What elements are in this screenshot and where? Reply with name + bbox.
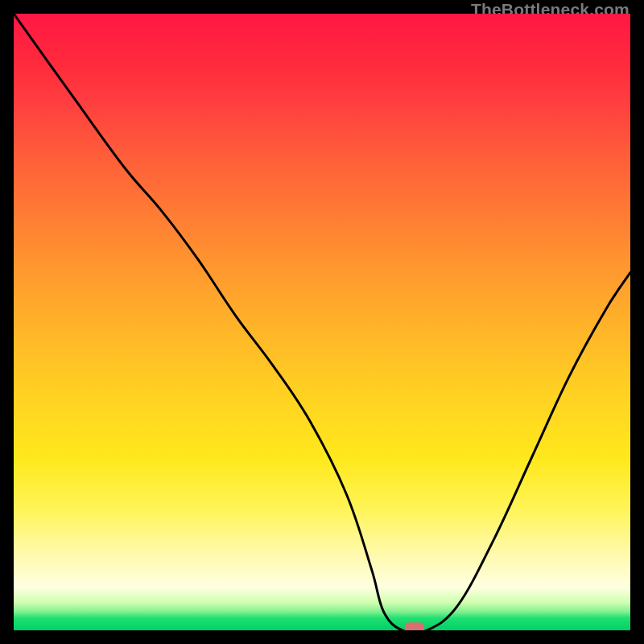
chart-frame: TheBottleneck.com [0,0,644,644]
bottleneck-curve [14,14,630,630]
optimum-marker [405,622,424,630]
plot-area [14,14,630,630]
